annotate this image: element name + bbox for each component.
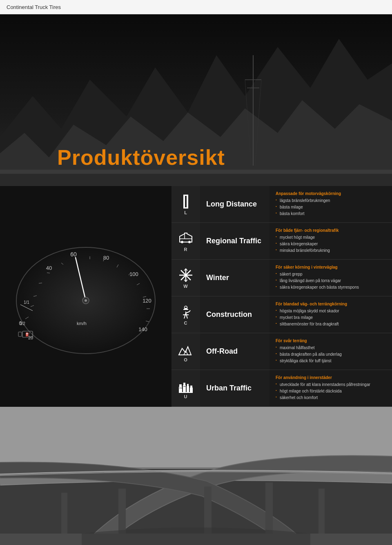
product-name-c: Construction (206, 310, 252, 319)
page-header: Continental Truck Tires (0, 0, 392, 14)
desc-item: högt milage och förstärkt däcksida (276, 388, 386, 395)
product-row-winter: W Winter För säker körning i vintervägla… (172, 260, 392, 296)
hero-section: Produktöversikt (0, 14, 392, 186)
desc-item: lägsta bränsleförbrukningen (276, 197, 386, 204)
svg-rect-60 (183, 383, 185, 385)
product-name-cell-rt: Regional Traffic (200, 223, 270, 259)
svg-text:120: 120 (143, 298, 151, 304)
desc-item: slitbanemönster för bra dragkraft (276, 321, 386, 327)
svg-rect-63 (190, 388, 193, 392)
product-icon-cell-o: O (172, 333, 200, 370)
desc-item: bästa komfort (276, 211, 386, 217)
product-row-long-distance: L Long Distance Anpassade för motorvägsk… (172, 186, 392, 223)
svg-text:km/h: km/h (77, 321, 87, 326)
letter-badge-c: C (184, 321, 188, 325)
svg-text:60: 60 (70, 251, 77, 258)
desc-item: säkra köregenskaper och bästa styrrespon… (276, 284, 386, 291)
product-name-o: Off-Road (206, 347, 238, 356)
svg-text:80: 80 (103, 255, 109, 261)
desc-item: säkra köregenskaper (276, 241, 386, 247)
desc-list-rt: mycket högt milage säkra köregenskaper m… (276, 234, 386, 254)
desc-title-w: För säker körning i vinterväglag (276, 265, 386, 269)
desc-item: utvecklade för att klara innerstadens på… (276, 381, 386, 388)
product-name-cell-o: Off-Road (200, 333, 270, 370)
city-icon (178, 378, 194, 393)
highway-scene (0, 407, 392, 545)
desc-list-w: säkert grepp lång livslängd även på torr… (276, 271, 386, 291)
desc-title-rt: För både fjärr- och regionaltrafik (276, 228, 386, 233)
letter-badge-l: L (184, 210, 187, 215)
svg-point-54 (185, 274, 187, 276)
product-name-cell-u: Urban Traffic (200, 370, 270, 406)
desc-item: säkert grepp (276, 271, 386, 278)
product-row-construction: C Construction För blandad väg- och terr… (172, 296, 392, 333)
product-icon-cell-u: U (172, 370, 200, 406)
svg-rect-64 (190, 386, 192, 388)
svg-rect-40 (183, 195, 185, 209)
desc-list-c: högsta möjliga skydd mot skador mycket b… (276, 308, 386, 327)
speedometer-svg: 0 20 40 60 80 100 120 140 (8, 194, 163, 399)
desc-item: lång livslängd även på torra vägar (276, 278, 386, 284)
product-desc-cell-rt: För både fjärr- och regionaltrafik mycke… (270, 223, 392, 259)
product-icon-cell-rt: R (172, 223, 200, 259)
desc-item: bästa milage (276, 204, 386, 211)
product-icon-cell-w: W (172, 260, 200, 296)
svg-point-45 (188, 241, 191, 243)
product-icon-cell-c: C (172, 296, 200, 333)
header-title: Continental Truck Tires (7, 4, 61, 10)
svg-point-44 (181, 241, 183, 243)
product-desc-cell-c: För blandad väg- och terrängkörning högs… (270, 296, 392, 333)
product-row-urban: U Urban Traffic För användning i innerst… (172, 370, 392, 407)
desc-item: bästa dragkraften på alla underlag (276, 351, 386, 358)
product-desc-cell-u: För användning i innerstäder utvecklade … (270, 370, 392, 406)
product-name-cell-c: Construction (200, 296, 270, 333)
offroad-icon (178, 341, 194, 357)
svg-rect-66 (181, 388, 182, 388)
svg-rect-55 (183, 309, 188, 310)
product-desc-cell-w: För säker körning i vinterväglag säkert … (270, 260, 392, 296)
product-table: L Long Distance Anpassade för motorvägsk… (172, 186, 392, 407)
snowflake-icon (178, 267, 194, 283)
svg-text:1/2: 1/2 (20, 321, 25, 326)
svg-point-32 (85, 299, 87, 302)
svg-rect-42 (183, 195, 188, 196)
svg-text:40: 40 (46, 265, 52, 271)
desc-item: högsta möjliga skydd mot skador (276, 308, 386, 314)
product-name-ld: Long Distance (206, 200, 257, 209)
regional-icon (178, 231, 194, 246)
desc-item: mycket bra milage (276, 314, 386, 321)
svg-text:⛽: ⛽ (25, 332, 30, 337)
desc-item: säkerhet och komfort (276, 395, 386, 401)
desc-title-o: För svår terräng (276, 339, 386, 343)
winter-icon: W (178, 267, 194, 289)
desc-list-u: utvecklade för att klara innerstadens på… (276, 381, 386, 401)
product-name-w: Winter (206, 274, 229, 282)
desc-item: stryktåliga däck för tuff tjänst (276, 358, 386, 364)
svg-rect-58 (179, 384, 182, 387)
main-content: 0 20 40 60 80 100 120 140 (0, 186, 392, 407)
svg-rect-65 (180, 388, 180, 388)
desc-title-c: För blandad väg- och terrängkörning (276, 302, 386, 306)
hero-content: Produktöversikt (57, 145, 225, 170)
product-desc-cell-o: För svår terräng maximal hållfasthet bäs… (270, 333, 392, 370)
letter-badge-w: W (183, 284, 188, 289)
desc-list-ld: lägsta bränsleförbrukningen bästa milage… (276, 197, 386, 217)
letter-badge-r: R (184, 247, 188, 252)
svg-rect-68 (185, 386, 186, 387)
desc-list-o: maximal hållfasthet bästa dragkraften på… (276, 345, 386, 364)
svg-rect-67 (184, 386, 185, 387)
bottom-highway: 4 (0, 407, 392, 545)
desc-item: mycket högt milage (276, 234, 386, 241)
urban-icon-cell: U (178, 378, 194, 399)
letter-badge-u: U (184, 394, 188, 399)
svg-text:140: 140 (138, 326, 147, 332)
desc-title-u: För användning i innerstäder (276, 375, 386, 380)
construction-icon-cell: C (178, 304, 194, 325)
svg-rect-62 (187, 384, 189, 386)
offroad-icon-cell: O (178, 341, 194, 362)
regional-traffic-icon: R (178, 231, 194, 252)
product-row-offroad: O Off-Road För svår terräng maximal håll… (172, 333, 392, 370)
construction-icon (178, 304, 194, 320)
svg-rect-43 (183, 207, 188, 209)
svg-rect-41 (187, 195, 188, 209)
